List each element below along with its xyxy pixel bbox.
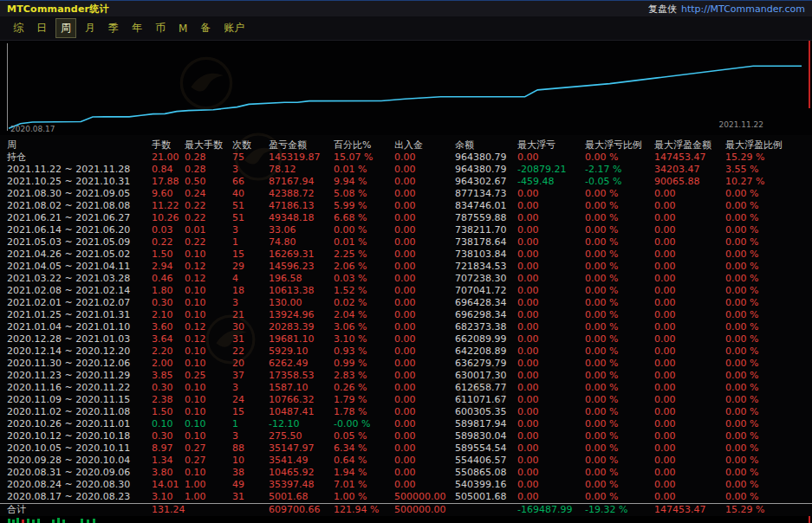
table-cell: 0.46 bbox=[152, 273, 185, 285]
menu-item-备[interactable]: 备 bbox=[196, 19, 215, 37]
menu-bar: 综日周月季年币M备账户 bbox=[0, 16, 812, 40]
table-row[interactable]: 2020.11.02 ~ 2020.11.081.500.101510487.4… bbox=[0, 406, 812, 418]
bar-tick bbox=[87, 520, 89, 523]
column-header[interactable]: 周 bbox=[7, 139, 152, 152]
table-cell: 1.00 bbox=[185, 491, 232, 503]
column-header[interactable]: 余额 bbox=[455, 139, 517, 152]
column-header[interactable]: 最大浮盈比例 bbox=[725, 139, 812, 152]
table-cell: 696428.34 bbox=[455, 297, 517, 309]
table-cell: 0.00 bbox=[654, 418, 725, 430]
table-row[interactable]: 2020.10.12 ~ 2020.10.180.300.103275.500.… bbox=[0, 430, 812, 442]
brand-url-link[interactable]: http://MTCommander.com bbox=[681, 3, 805, 15]
table-row[interactable]: 2020.11.16 ~ 2020.11.220.300.1031587.100… bbox=[0, 382, 812, 394]
table-row[interactable]: 2021.11.22 ~ 2021.11.280.840.28378.120.0… bbox=[0, 164, 812, 176]
table-cell: 0.00 bbox=[654, 430, 725, 442]
column-header[interactable]: 最大浮亏 bbox=[517, 139, 585, 152]
table-row[interactable]: 2020.12.28 ~ 2021.01.033.640.123119681.1… bbox=[0, 333, 812, 345]
menu-item-币[interactable]: 币 bbox=[151, 19, 170, 37]
table-row[interactable]: 2021.08.02 ~ 2021.08.0811.220.225147186.… bbox=[0, 200, 812, 212]
table-row[interactable]: 2020.08.17 ~ 2020.08.233.101.00315001.68… bbox=[0, 491, 812, 503]
table-cell: 707041.72 bbox=[455, 285, 517, 297]
table-row[interactable]: 2020.10.05 ~ 2020.10.118.970.278835147.9… bbox=[0, 442, 812, 455]
table-cell: 0.00 % bbox=[585, 261, 654, 273]
table-row[interactable]: 2020.08.31 ~ 2020.09.063.800.103810465.9… bbox=[0, 467, 812, 479]
table-cell: 0.00 % bbox=[725, 345, 812, 358]
table-row[interactable]: 2020.09.28 ~ 2020.10.041.340.27103541.49… bbox=[0, 455, 812, 467]
menu-item-季[interactable]: 季 bbox=[104, 19, 123, 37]
table-cell: 0.00 bbox=[394, 370, 455, 382]
table-cell: 0.00 % bbox=[585, 224, 654, 236]
table-row[interactable]: 2020.11.09 ~ 2020.11.152.380.102410766.3… bbox=[0, 394, 812, 406]
table-row[interactable]: 2021.02.08 ~ 2021.02.141.800.101810613.3… bbox=[0, 285, 812, 297]
table-cell: 787559.88 bbox=[455, 212, 517, 224]
table-row[interactable]: 2021.06.21 ~ 2021.06.2710.260.225149348.… bbox=[0, 212, 812, 224]
table-cell: 0.00 % bbox=[725, 236, 812, 249]
table-row[interactable]: 2021.04.26 ~ 2021.05.021.500.101516269.3… bbox=[0, 249, 812, 261]
menu-item-M[interactable]: M bbox=[174, 21, 192, 36]
table-row[interactable]: 持仓21.000.2875145319.8715.07 %0.00964380.… bbox=[0, 152, 812, 164]
table-row[interactable]: 2021.01.04 ~ 2021.01.103.600.123020283.3… bbox=[0, 321, 812, 333]
table-cell: 0.10 bbox=[185, 406, 232, 418]
column-header[interactable]: 手数 bbox=[152, 139, 185, 152]
table-cell: 19681.10 bbox=[269, 333, 334, 345]
table-cell: 0.00 bbox=[517, 406, 585, 418]
table-cell: 0.00 bbox=[394, 442, 455, 455]
table-row[interactable]: 2020.12.14 ~ 2020.12.202.200.10225929.10… bbox=[0, 345, 812, 358]
table-row[interactable]: 2021.02.01 ~ 2021.02.070.300.103130.000.… bbox=[0, 297, 812, 309]
table-row[interactable]: 2021.10.25 ~ 2021.10.3117.880.506687167.… bbox=[0, 176, 812, 188]
column-header[interactable]: 出入金 bbox=[394, 139, 455, 152]
column-header[interactable]: 最大浮盈金额 bbox=[654, 139, 725, 152]
menu-item-日[interactable]: 日 bbox=[32, 19, 51, 37]
column-header[interactable]: 次数 bbox=[232, 139, 269, 152]
menu-item-年[interactable]: 年 bbox=[127, 19, 146, 37]
table-cell: 0.00 % bbox=[585, 467, 654, 479]
table-cell: 0.00 % bbox=[585, 406, 654, 418]
menu-item-月[interactable]: 月 bbox=[81, 19, 100, 37]
table-cell: 0.00 bbox=[394, 176, 455, 188]
table-row[interactable]: 2020.11.30 ~ 2020.12.062.000.10206262.49… bbox=[0, 358, 812, 370]
table-cell: 20 bbox=[232, 358, 269, 370]
menu-item-综[interactable]: 综 bbox=[9, 19, 28, 37]
column-header[interactable]: 最大手数 bbox=[185, 139, 232, 152]
table-cell: 2020.08.24 ~ 2020.08.30 bbox=[7, 479, 152, 491]
table-cell: 0.10 bbox=[185, 467, 232, 479]
table-cell: 3 bbox=[232, 164, 269, 176]
table-cell: 0.00 bbox=[517, 455, 585, 467]
table-row[interactable]: 2021.05.03 ~ 2021.05.090.220.22174.800.0… bbox=[0, 236, 812, 249]
table-cell: 0.22 bbox=[185, 212, 232, 224]
table-row[interactable]: 2020.08.24 ~ 2020.08.3014.011.004935397.… bbox=[0, 479, 812, 491]
table-cell: 0.00 bbox=[517, 467, 585, 479]
table-cell: 600305.35 bbox=[455, 406, 517, 418]
table-cell: 2020.12.28 ~ 2021.01.03 bbox=[7, 333, 152, 345]
table-cell: 275.50 bbox=[269, 430, 334, 442]
table-cell: 0.00 % bbox=[725, 467, 812, 479]
table-cell: 0.00 bbox=[394, 188, 455, 200]
bar-tick bbox=[27, 519, 29, 523]
table-cell: 1.50 bbox=[152, 406, 185, 418]
table-cell: 0.00 bbox=[517, 261, 585, 273]
table-cell: 2.00 bbox=[152, 358, 185, 370]
menu-item-账户[interactable]: 账户 bbox=[219, 19, 249, 37]
column-header[interactable]: 最大浮亏比例 bbox=[585, 139, 654, 152]
menu-item-周[interactable]: 周 bbox=[55, 18, 76, 38]
table-row[interactable]: 2021.06.14 ~ 2021.06.200.030.01333.060.0… bbox=[0, 224, 812, 236]
table-cell: 0.00 bbox=[654, 261, 725, 273]
table-cell: 14.01 bbox=[152, 479, 185, 491]
table-cell: 0.84 bbox=[152, 164, 185, 176]
table-row[interactable]: 2021.03.22 ~ 2021.03.280.460.124196.580.… bbox=[0, 273, 812, 285]
table-cell: 0.01 % bbox=[334, 236, 394, 249]
table-row[interactable]: 2021.01.25 ~ 2021.01.312.100.102113924.9… bbox=[0, 309, 812, 321]
column-header[interactable]: 盈亏金额 bbox=[269, 139, 334, 152]
table-cell: 0.00 % bbox=[585, 321, 654, 333]
table-cell: 0.00 % bbox=[585, 491, 654, 503]
table-cell: 0.00 bbox=[517, 370, 585, 382]
table-cell: 609700.66 bbox=[269, 504, 334, 516]
table-row[interactable]: 2021.08.30 ~ 2021.09.059.600.244042388.7… bbox=[0, 188, 812, 200]
table-row[interactable]: 2020.11.23 ~ 2020.11.293.850.253717358.5… bbox=[0, 370, 812, 382]
table-cell: 0.00 bbox=[654, 479, 725, 491]
table-row[interactable]: 2021.04.05 ~ 2021.04.112.940.122914596.2… bbox=[0, 261, 812, 273]
table-cell: 721834.53 bbox=[455, 261, 517, 273]
table-cell: 0.00 % bbox=[725, 358, 812, 370]
column-header[interactable]: 百分比% bbox=[334, 139, 394, 152]
table-row[interactable]: 2020.10.26 ~ 2020.11.010.100.101-12.10-0… bbox=[0, 418, 812, 430]
